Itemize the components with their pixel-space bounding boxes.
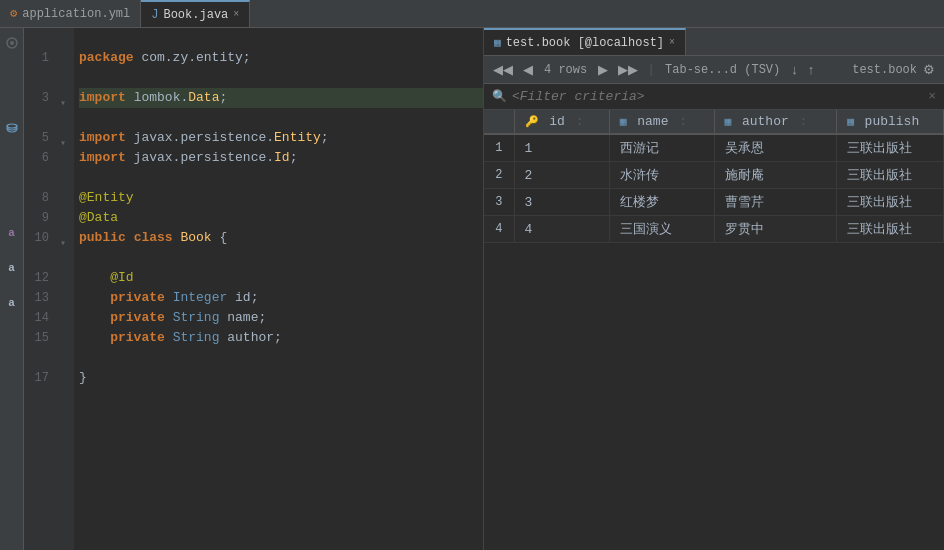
code-editor[interactable]: 1 3 5 6 8 9 10 12 13 14 15 17 (24, 28, 484, 550)
code-line (79, 348, 483, 368)
th-publish[interactable]: ▦ publish (837, 110, 944, 134)
cell-author: 罗贯中 (714, 216, 837, 243)
cell-id: 4 (514, 216, 609, 243)
cell-publish: 三联出版社 (837, 216, 944, 243)
col-icon-author: ▦ (725, 116, 732, 128)
cell-author: 曹雪芹 (714, 189, 837, 216)
svg-point-1 (10, 41, 14, 45)
tab-yaml-label: application.yml (22, 7, 130, 21)
cell-name: 红楼梦 (609, 189, 714, 216)
cell-name: 水浒传 (609, 162, 714, 189)
th-id[interactable]: 🔑 id : (514, 110, 609, 134)
gutter-icons (54, 28, 74, 550)
db-name-badge: test.book ⚙ (852, 61, 938, 78)
java-icon: J (151, 8, 158, 22)
col-icon-publish: ▦ (847, 116, 854, 128)
tsv-label: Tab-se...d (TSV) (661, 63, 784, 77)
nav-first-button[interactable]: ◀◀ (490, 61, 516, 78)
separator-1: | (647, 62, 655, 77)
th-name[interactable]: ▦ name : (609, 110, 714, 134)
tab-yaml[interactable]: ⚙ application.yml (0, 0, 141, 27)
code-line (79, 168, 483, 188)
db-settings-button[interactable]: ⚙ (920, 61, 938, 78)
rows-count: 4 rows (540, 63, 591, 77)
code-lines[interactable]: package com.zy.entity; import lombok.Dat… (74, 28, 483, 550)
table-row[interactable]: 3 3 红楼梦 曹雪芹 三联出版社 (484, 189, 944, 216)
table-header-row: 🔑 id : ▦ name : ▦ author : (484, 110, 944, 134)
nav-next-button[interactable]: ▶ (595, 61, 611, 78)
code-line: private Integer id; (79, 288, 483, 308)
cell-author: 吴承恩 (714, 134, 837, 162)
row-num-cell: 2 (484, 162, 514, 189)
code-line (79, 108, 483, 128)
download-button[interactable]: ↓ (788, 61, 801, 78)
filter-input[interactable] (512, 89, 928, 104)
db-table-icon: ▦ (494, 36, 501, 49)
upload-button[interactable]: ↑ (805, 61, 818, 78)
nav-last-button[interactable]: ▶▶ (615, 61, 641, 78)
filter-bar: 🔍 × (484, 84, 944, 110)
left-sidebar: a a a (0, 28, 24, 550)
sidebar-icon-2[interactable] (2, 118, 22, 138)
th-rownum (484, 110, 514, 134)
yaml-icon: ⚙ (10, 6, 17, 21)
data-table-wrapper[interactable]: 🔑 id : ▦ name : ▦ author : (484, 110, 944, 550)
sidebar-icon-5[interactable]: a (2, 293, 22, 313)
th-author[interactable]: ▦ author : (714, 110, 837, 134)
cell-name: 西游记 (609, 134, 714, 162)
sidebar-icon-4[interactable]: a (2, 258, 22, 278)
db-panel: ▦ test.book [@localhost] × ◀◀ ◀ 4 rows ▶… (484, 28, 944, 550)
filter-clear-button[interactable]: × (928, 89, 936, 104)
row-num-cell: 4 (484, 216, 514, 243)
code-line: @Entity (79, 188, 483, 208)
db-tab-close[interactable]: × (669, 37, 675, 48)
db-toolbar: ◀◀ ◀ 4 rows ▶ ▶▶ | Tab-se...d (TSV) ↓ ↑ … (484, 56, 944, 84)
filter-icon: 🔍 (492, 89, 507, 104)
th-sep: : (679, 114, 687, 129)
code-line: package com.zy.entity; (79, 48, 483, 68)
code-line (79, 68, 483, 88)
code-line: private String author; (79, 328, 483, 348)
nav-prev-button[interactable]: ◀ (520, 61, 536, 78)
code-line: import javax.persistence.Entity; (79, 128, 483, 148)
sidebar-icon-1[interactable] (2, 33, 22, 53)
code-line: @Id (79, 268, 483, 288)
table-row[interactable]: 2 2 水浒传 施耐庵 三联出版社 (484, 162, 944, 189)
svg-point-2 (7, 124, 17, 128)
table-row[interactable]: 4 4 三国演义 罗贯中 三联出版社 (484, 216, 944, 243)
th-sep: : (576, 114, 584, 129)
row-num-cell: 3 (484, 189, 514, 216)
code-line: } (79, 368, 483, 388)
cell-id: 2 (514, 162, 609, 189)
data-table: 🔑 id : ▦ name : ▦ author : (484, 110, 944, 243)
cell-id: 3 (514, 189, 609, 216)
tab-java-label: Book.java (163, 8, 228, 22)
key-icon: 🔑 (525, 116, 539, 128)
db-tab-bar: ▦ test.book [@localhost] × (484, 28, 944, 56)
table-row[interactable]: 1 1 西游记 吴承恩 三联出版社 (484, 134, 944, 162)
code-line: public class Book { (79, 228, 483, 248)
code-line: import lombok.Data; (79, 88, 483, 108)
db-name-label: test.book (852, 63, 917, 77)
cell-publish: 三联出版社 (837, 189, 944, 216)
db-tab-label: test.book [@localhost] (506, 36, 664, 50)
code-line (79, 28, 483, 48)
cell-publish: 三联出版社 (837, 134, 944, 162)
editor-tab-bar: ⚙ application.yml J Book.java × (0, 0, 944, 28)
sidebar-icon-3[interactable]: a (2, 223, 22, 243)
cell-id: 1 (514, 134, 609, 162)
cell-name: 三国演义 (609, 216, 714, 243)
col-icon-name: ▦ (620, 116, 627, 128)
tab-java-close[interactable]: × (233, 9, 239, 20)
cell-author: 施耐庵 (714, 162, 837, 189)
th-sep: : (800, 114, 808, 129)
row-num-cell: 1 (484, 134, 514, 162)
code-line (79, 248, 483, 268)
code-line: import javax.persistence.Id; (79, 148, 483, 168)
main-layout: a a a 1 3 5 6 8 9 10 12 (0, 28, 944, 550)
code-line: private String name; (79, 308, 483, 328)
cell-publish: 三联出版社 (837, 162, 944, 189)
db-tab[interactable]: ▦ test.book [@localhost] × (484, 28, 686, 55)
tab-java[interactable]: J Book.java × (141, 0, 250, 27)
line-numbers: 1 3 5 6 8 9 10 12 13 14 15 17 (24, 28, 54, 550)
